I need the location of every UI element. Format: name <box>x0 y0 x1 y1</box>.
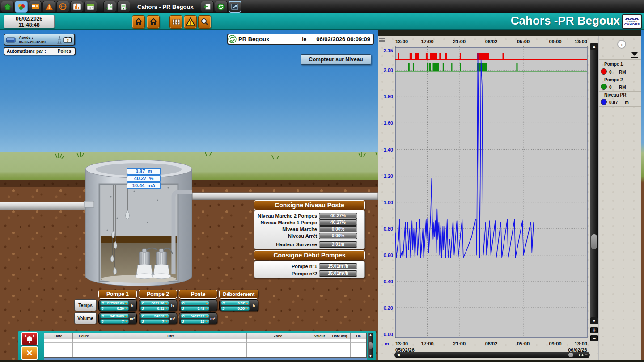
svg-text:05:00: 05:00 <box>517 39 530 44</box>
svg-text:2.15: 2.15 <box>384 48 393 53</box>
globe-icon[interactable] <box>56 1 69 13</box>
warn-icon: ▲ <box>165 307 168 310</box>
svg-text:21:00: 21:00 <box>453 341 466 346</box>
access-number: 05.65.22.32.09 <box>19 40 56 44</box>
counter-temps-poste[interactable]: C▲ J0.42▲ <box>179 299 217 311</box>
warn-icon: ▲ <box>165 320 168 323</box>
svg-text:13:00: 13:00 <box>395 341 408 346</box>
page-title: Cahors -PR Begoux <box>511 14 620 28</box>
setpoint-value[interactable]: 40.27% <box>319 213 357 219</box>
svg-text:0.20: 0.20 <box>384 305 393 311</box>
date-value: 06/02/2026 <box>4 16 54 22</box>
setpoint-label: Niveau Marche 2 Pompes <box>254 213 317 219</box>
counter-col-pompe1: Pompe 1 <box>98 290 137 299</box>
sync-icon[interactable] <box>215 1 228 13</box>
automation-mode-panel[interactable]: Automatisme par : Poires <box>4 47 76 55</box>
counter-volume-poste[interactable]: C3467329▲ J15▲ m³ <box>179 312 217 324</box>
stats-icon[interactable] <box>70 1 83 13</box>
window-resize-icon[interactable] <box>229 1 242 13</box>
app-logo-icon[interactable] <box>15 1 28 13</box>
grand-cahors-logo: GRAND CAHORS <box>622 14 642 29</box>
legend-value: 0.87 <box>609 100 618 105</box>
svg-text:0.60: 0.60 <box>384 253 393 258</box>
alarm-clear-button[interactable]: ✕ <box>21 346 38 360</box>
level-current-display[interactable]: 10.44mA <box>127 182 161 189</box>
setpoint-label: Pompe n°1 <box>254 264 317 269</box>
legend-color-dot <box>601 68 607 75</box>
home-button-1[interactable] <box>132 15 145 29</box>
setpoint-value[interactable]: 40.27% <box>319 219 357 226</box>
compteur-sur-niveau-button[interactable]: Compteur sur Niveau <box>301 54 371 65</box>
alarm-row[interactable] <box>44 350 366 354</box>
station-name: PR Begoux <box>238 36 302 42</box>
svg-text:1.40: 1.40 <box>384 147 393 152</box>
consigne-debit-panel: Pompe n°115.01m³/h Pompe n°215.01m³/h <box>254 261 365 278</box>
search-button[interactable] <box>198 15 211 29</box>
archive-button[interactable] <box>169 15 182 29</box>
setpoint-value[interactable]: 0.00% <box>319 226 357 232</box>
alarm-table[interactable]: Date Heure Titre Zone Valeur Date acq. H… <box>44 333 367 358</box>
alarm-row[interactable] <box>44 342 366 346</box>
warn-icon: ▲ <box>246 307 248 310</box>
legend-collapse-icon[interactable] <box>631 52 638 58</box>
zoom-in-button[interactable]: + <box>590 327 598 333</box>
counter-volume-pompe2[interactable]: C54323▲ J7▲ m³ <box>139 312 177 324</box>
legend-value: 0 <box>609 70 612 75</box>
taskbar: ! Cahors - PR Bégoux <box>0 0 644 13</box>
legend-expand-button[interactable]: › <box>617 40 626 49</box>
setpoint-value[interactable]: 15.01m³/h <box>319 263 357 269</box>
scroll-up-icon: ▲ <box>590 43 598 50</box>
counter-temps-pompe1[interactable]: C227533.69▲ J0.50▲ h <box>98 299 137 311</box>
alarm-row[interactable] <box>44 354 366 357</box>
level-unit: m <box>148 169 152 174</box>
legend-unit: RM <box>619 85 626 90</box>
svg-text:0.00: 0.00 <box>384 332 393 337</box>
refresh-icon <box>228 35 237 43</box>
setpoint-value[interactable]: 15.01m³/h <box>319 270 357 277</box>
home-button-2[interactable] <box>147 15 160 29</box>
warn-icon: ▲ <box>125 307 127 310</box>
setpoint-value[interactable]: 3.01m <box>319 241 357 248</box>
chart-horizontal-scrollbar[interactable]: ◄ ›+− <box>394 352 590 358</box>
alarm-row[interactable] <box>44 339 366 342</box>
setpoint-label: Niveau Marche <box>254 227 317 232</box>
alarm-button[interactable]: ! <box>184 15 197 29</box>
counter-temps-debordement[interactable]: C0.07▲ J0.00▲ h <box>219 299 258 311</box>
doc-transfer-icon[interactable] <box>201 1 214 13</box>
legend-name: Pompe 2 <box>604 77 623 82</box>
svg-text:13:00: 13:00 <box>395 39 408 44</box>
setpoint-value[interactable]: 0.00% <box>319 233 357 239</box>
calendar-icon[interactable] <box>84 1 97 13</box>
warn-icon: ▲ <box>125 315 127 317</box>
datetime-display[interactable]: 06/02/2026 11:48:48 <box>4 15 55 28</box>
grid-icon[interactable] <box>29 1 42 13</box>
home-icon[interactable] <box>1 1 14 13</box>
main-toolbar: 06/02/2026 11:48:48 ! Cahors -PR Begoux … <box>0 13 644 30</box>
doc-import-icon[interactable] <box>117 1 130 13</box>
battery-icon <box>63 36 73 43</box>
access-panel[interactable]: Accès : 05.65.22.32.09 <box>4 34 75 46</box>
warn-icon: ▲ <box>205 315 208 317</box>
level-percent-display[interactable]: 40.27% <box>127 175 161 182</box>
alarm-table-header: Date Heure Titre Zone Valeur Date acq. H… <box>44 333 366 339</box>
warn-icon: ▲ <box>205 320 208 323</box>
chart-vertical-scrollbar[interactable]: ▲ ▼ <box>590 43 598 324</box>
zoom-out-button[interactable]: − <box>590 335 598 341</box>
modem-icon <box>6 36 17 44</box>
counter-temps-pompe2[interactable]: C3621.58▲ J0.51▲ h <box>139 299 177 311</box>
counter-volume-pompe1[interactable]: C3413005▲ J7▲ m³ <box>98 312 137 324</box>
alarm-triangle-icon[interactable]: ! <box>42 1 55 13</box>
alarm-row[interactable] <box>44 346 366 349</box>
svg-text:1.60: 1.60 <box>384 120 393 126</box>
legend-unit: RM <box>619 70 626 75</box>
setpoint-label: Hauteur Surverse <box>254 242 317 247</box>
trend-legend: › Pompe 1 0 RM Pompe 2 0 RM Niveau PR 0.… <box>598 36 641 360</box>
station-header[interactable]: PR Begoux le 06/02/2026 06:09:09 <box>227 34 374 45</box>
doc-export-icon[interactable] <box>103 1 116 13</box>
warn-icon: ▲ <box>205 307 208 310</box>
bottom-edge <box>0 360 644 362</box>
time-value: 11:48:48 <box>4 22 54 28</box>
alarm-scrollbar[interactable]: ▲▼ <box>368 333 373 358</box>
alarm-bell-button[interactable] <box>21 332 38 345</box>
level-meters-display[interactable]: 0.87m <box>127 168 161 175</box>
